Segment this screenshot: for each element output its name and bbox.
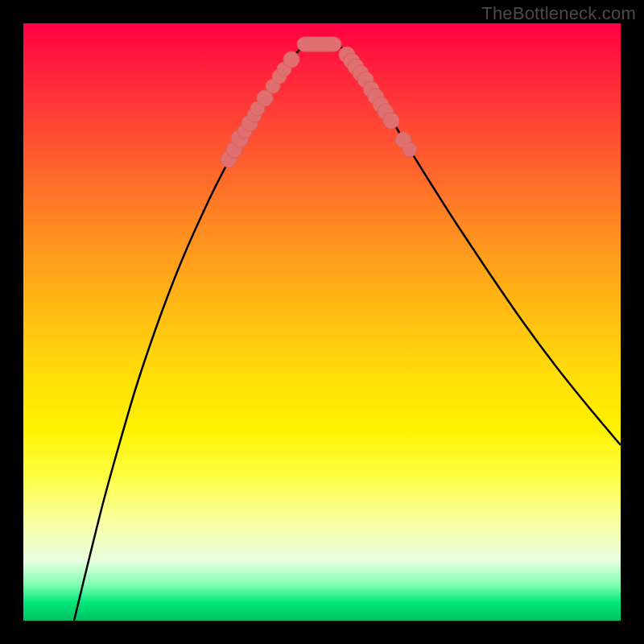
markers-right-group [339,47,417,157]
watermark-text: TheBottleneck.com [481,3,636,24]
bottom-pill-marker [297,37,341,52]
data-marker [283,52,299,68]
chart-svg [23,23,621,621]
markers-left-group [221,52,299,167]
data-marker [383,113,399,129]
data-marker [402,142,417,157]
curve-left [74,39,313,621]
plot-area [23,23,621,621]
chart-container: TheBottleneck.com [0,0,644,644]
